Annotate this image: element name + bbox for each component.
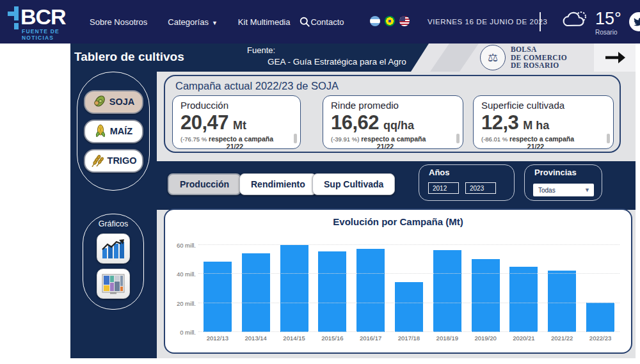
kpi-delta: (-39.91 %) respecto a campaña 21/22 — [331, 135, 440, 149]
chevron-down-icon: ▼ — [212, 20, 218, 26]
bcr-logo[interactable]: BCR FUENTE DE NOTICIAS — [9, 5, 86, 41]
bar-series — [198, 239, 620, 332]
kpi-value: 12,3 — [481, 111, 518, 134]
kpi-unit: qq/ha — [383, 119, 414, 132]
years-label: Años — [429, 168, 450, 177]
treemap-view-button[interactable] — [97, 269, 130, 299]
x-axis-tick: 2022/23 — [581, 335, 620, 342]
year-from-input[interactable] — [428, 182, 459, 194]
treemap-icon — [101, 273, 125, 295]
chevron-down-icon: ▼ — [584, 187, 590, 193]
kpi-value: 20,47 — [180, 111, 228, 134]
chart-type-selector: Gráficos — [83, 214, 144, 310]
bcr-logo-subtitle: FUENTE DE NOTICIAS — [22, 28, 86, 41]
chart-bar-2014-15[interactable] — [280, 245, 308, 332]
y-axis-tick: 60 mill. — [169, 242, 196, 249]
nav-item-kit-multimedia[interactable]: Kit Multimedia — [238, 17, 291, 27]
chart-bar-2016-17[interactable] — [356, 249, 385, 332]
kpi-scrollbar[interactable] — [607, 134, 610, 143]
chart-bar-2018-19[interactable] — [433, 250, 461, 332]
brazil-flag-icon[interactable] — [385, 16, 395, 26]
y-axis-tick: 20 mill. — [169, 299, 196, 306]
dashboard-main: Campaña actual 2022/23 de SOJA Producció… — [157, 72, 636, 358]
y-gridline: 0 mill. — [198, 331, 620, 332]
bar-chart-view-button[interactable] — [97, 233, 130, 264]
corn-icon — [94, 124, 107, 138]
search-icon[interactable] — [300, 17, 310, 28]
crop-button-maiz[interactable]: MAÍZ — [84, 120, 143, 143]
chart-bar-2022-23[interactable] — [586, 303, 614, 332]
x-axis-tick: 2015/16 — [313, 335, 351, 342]
kpi-scrollbar[interactable] — [456, 134, 460, 143]
x-axis-tick: 2014/15 — [275, 335, 314, 342]
chart-title: Evolución por Campaña (Mt) — [165, 216, 631, 227]
kpi-delta: (-86.01 % respecto a campaña 21/22 — [481, 135, 590, 149]
current-campaign-panel: Campaña actual 2022/23 de SOJA Producció… — [164, 75, 621, 153]
crop-selector: SOJA MAÍZ — [77, 72, 150, 191]
y-axis-tick: 40 mill. — [169, 271, 196, 278]
y-gridline: 60 mill. — [198, 244, 620, 245]
tab-rendimiento[interactable]: Rendimiento — [239, 173, 317, 195]
chart-bar-2017-18[interactable] — [395, 282, 423, 332]
provinces-label: Provincias — [534, 168, 577, 177]
x-axis-tick: 2021/22 — [543, 335, 581, 342]
crop-button-soja[interactable]: SOJA — [84, 90, 143, 114]
x-axis-labels: 2012/132013/142014/152015/162016/172017/… — [198, 335, 620, 342]
crop-label: SOJA — [109, 97, 135, 107]
nav-item-contacto[interactable]: Contacto — [310, 17, 344, 27]
kpi-card-rinde: Rinde promedio 16,62 qq/ha (-39.91 %) re… — [323, 95, 463, 149]
year-to-input[interactable] — [465, 182, 496, 194]
kpi-label: Superficie cultivada — [481, 100, 605, 111]
chart-bar-2013-14[interactable] — [242, 253, 270, 332]
navbar-divider — [540, 12, 541, 31]
nav-item-categorias[interactable]: Categorías▼ — [168, 17, 218, 27]
x-axis-tick: 2016/17 — [351, 335, 390, 342]
y-gridline: 40 mill. — [198, 273, 620, 274]
bar-chart-plot: 2012/132013/142014/152015/162016/172017/… — [198, 239, 620, 332]
kpi-delta: (-76.75 % respecto a campaña 21/22 — [180, 135, 289, 149]
years-filter: Años — [419, 164, 515, 201]
x-axis-tick: 2012/13 — [198, 335, 237, 342]
weather-widget: 15° Rosario — [561, 9, 621, 31]
chart-bar-2019-20[interactable] — [472, 259, 500, 332]
kpi-card-produccion: Producción 20,47 Mt (-76.75 % respecto a… — [172, 95, 301, 149]
x-axis-tick: 2013/14 — [237, 335, 275, 342]
temperature-value: 15° — [595, 9, 621, 31]
usa-flag-icon[interactable] — [399, 16, 410, 26]
y-gridline: 20 mill. — [198, 303, 620, 303]
argentina-flag-icon[interactable] — [370, 16, 380, 26]
right-arrow-icon — [604, 51, 626, 64]
bolsa-comercio-logo: ⚖ BOLSA DE COMERCIO DE ROSARIO — [480, 45, 567, 70]
kpi-label: Rinde promedio — [331, 100, 455, 111]
tab-produccion[interactable]: Producción — [168, 173, 241, 195]
kpi-unit: Mt — [233, 119, 246, 132]
chart-bar-2020-21[interactable] — [509, 267, 538, 332]
x-axis-tick: 2018/19 — [428, 335, 467, 342]
chart-bar-2015-16[interactable] — [318, 251, 346, 332]
bolsa-seal-icon: ⚖ — [480, 45, 506, 70]
chart-bar-2012-13[interactable] — [204, 262, 232, 332]
current-date: VIERNES 16 DE JUNIO DE 2023 — [428, 18, 548, 26]
charts-label: Gráficos — [99, 219, 129, 228]
crop-button-trigo[interactable]: TRIGO — [84, 149, 143, 173]
x-axis-tick: 2019/20 — [467, 335, 505, 342]
bcr-logo-glyph-icon — [8, 6, 24, 28]
header-accent-stripe — [430, 44, 480, 72]
filter-band: Producción Rendimiento Sup Cultivada Año… — [157, 161, 636, 210]
dashboard-header: Tablero de cultivos Fuente: GEA - Guía E… — [70, 44, 636, 72]
crops-dashboard: Tablero de cultivos Fuente: GEA - Guía E… — [70, 44, 636, 358]
evolution-chart-card: Evolución por Campaña (Mt) 2012/132013/1… — [164, 209, 632, 354]
nav-item-sobre-nosotros[interactable]: Sobre Nosotros — [90, 17, 147, 27]
kpi-value: 16,62 — [331, 111, 379, 134]
tab-sup-cultivada[interactable]: Sup Cultivada — [312, 173, 395, 195]
kpi-scrollbar[interactable] — [294, 134, 297, 143]
crop-label: TRIGO — [108, 155, 137, 166]
kpi-unit: M ha — [523, 119, 549, 132]
chart-bar-2021-22[interactable] — [548, 271, 576, 332]
x-axis-tick: 2017/18 — [390, 335, 428, 342]
next-arrow-button[interactable] — [594, 44, 636, 72]
x-axis-tick: 2020/21 — [505, 335, 543, 342]
crop-label: MAÍZ — [110, 126, 132, 136]
provinces-dropdown[interactable]: Todas ▼ — [533, 184, 594, 196]
twitter-icon[interactable] — [629, 12, 640, 31]
